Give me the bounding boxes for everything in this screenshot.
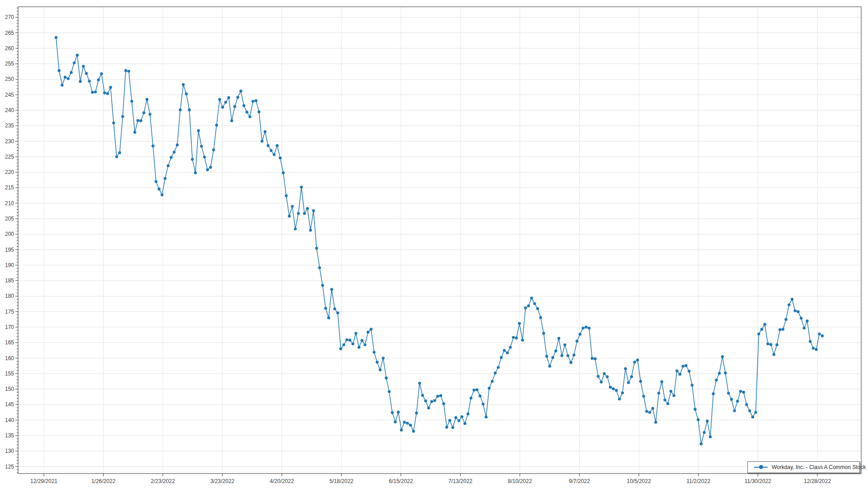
data-point[interactable] bbox=[633, 361, 636, 363]
data-point[interactable] bbox=[379, 368, 382, 371]
data-point[interactable] bbox=[769, 343, 772, 346]
data-point[interactable] bbox=[518, 322, 521, 325]
data-point[interactable] bbox=[409, 424, 412, 427]
data-point[interactable] bbox=[149, 113, 151, 116]
data-point[interactable] bbox=[427, 407, 430, 409]
data-point[interactable] bbox=[185, 93, 188, 95]
data-point[interactable] bbox=[494, 371, 496, 374]
data-point[interactable] bbox=[245, 111, 248, 113]
data-point[interactable] bbox=[109, 86, 112, 89]
data-point[interactable] bbox=[203, 155, 206, 158]
data-point[interactable] bbox=[370, 328, 373, 331]
data-point[interactable] bbox=[479, 394, 481, 397]
data-point[interactable] bbox=[751, 416, 754, 418]
data-point[interactable] bbox=[821, 334, 824, 337]
data-point[interactable] bbox=[458, 419, 460, 422]
data-point[interactable] bbox=[764, 323, 766, 326]
data-point[interactable] bbox=[103, 91, 106, 94]
data-point[interactable] bbox=[657, 392, 660, 394]
data-point[interactable] bbox=[585, 326, 587, 328]
data-point[interactable] bbox=[470, 397, 472, 399]
data-point[interactable] bbox=[118, 151, 121, 154]
data-point[interactable] bbox=[684, 364, 687, 367]
data-point[interactable] bbox=[200, 145, 203, 147]
data-point[interactable] bbox=[588, 327, 590, 329]
data-point[interactable] bbox=[218, 98, 221, 101]
data-point[interactable] bbox=[485, 416, 487, 418]
data-point[interactable] bbox=[497, 366, 500, 369]
data-point[interactable] bbox=[500, 356, 503, 359]
data-point[interactable] bbox=[521, 339, 524, 342]
data-point[interactable] bbox=[373, 351, 375, 353]
data-point[interactable] bbox=[179, 108, 182, 111]
data-point[interactable] bbox=[736, 400, 739, 403]
data-point[interactable] bbox=[158, 188, 160, 190]
data-point[interactable] bbox=[561, 354, 563, 357]
data-point[interactable] bbox=[124, 69, 127, 72]
data-point[interactable] bbox=[645, 410, 648, 413]
data-point[interactable] bbox=[566, 354, 569, 357]
data-point[interactable] bbox=[97, 79, 100, 81]
data-point[interactable] bbox=[288, 215, 291, 217]
data-point[interactable] bbox=[285, 194, 288, 197]
data-point[interactable] bbox=[260, 140, 263, 142]
data-point[interactable] bbox=[745, 403, 748, 406]
data-point[interactable] bbox=[476, 388, 478, 391]
data-point[interactable] bbox=[212, 149, 215, 151]
data-point[interactable] bbox=[306, 207, 309, 210]
data-point[interactable] bbox=[706, 420, 708, 422]
data-point[interactable] bbox=[812, 347, 815, 349]
data-point[interactable] bbox=[515, 337, 518, 339]
data-point[interactable] bbox=[106, 92, 109, 95]
data-point[interactable] bbox=[778, 328, 781, 331]
data-point[interactable] bbox=[472, 389, 475, 391]
data-point[interactable] bbox=[430, 400, 433, 403]
data-point[interactable] bbox=[600, 380, 603, 383]
data-point[interactable] bbox=[309, 229, 312, 231]
data-point[interactable] bbox=[79, 80, 81, 83]
data-point[interactable] bbox=[94, 90, 97, 93]
data-point[interactable] bbox=[784, 318, 787, 321]
data-point[interactable] bbox=[666, 402, 669, 405]
data-point[interactable] bbox=[782, 328, 784, 331]
data-point[interactable] bbox=[766, 343, 769, 345]
data-point[interactable] bbox=[176, 144, 179, 146]
data-point[interactable] bbox=[73, 61, 75, 64]
data-point[interactable] bbox=[312, 209, 315, 212]
data-point[interactable] bbox=[294, 227, 297, 230]
data-point[interactable] bbox=[818, 333, 821, 335]
data-point[interactable] bbox=[621, 391, 624, 394]
data-point[interactable] bbox=[648, 411, 651, 413]
legend-box[interactable]: Workday, Inc. - Class A Common Stock bbox=[747, 461, 860, 473]
data-point[interactable] bbox=[461, 415, 463, 418]
data-point[interactable] bbox=[524, 306, 527, 309]
data-point[interactable] bbox=[663, 399, 666, 401]
data-point[interactable] bbox=[509, 346, 512, 348]
data-point[interactable] bbox=[403, 421, 406, 423]
data-point[interactable] bbox=[236, 96, 239, 99]
data-point[interactable] bbox=[249, 115, 251, 118]
data-point[interactable] bbox=[506, 352, 509, 354]
data-point[interactable] bbox=[227, 96, 230, 99]
data-point[interactable] bbox=[100, 72, 103, 75]
data-point[interactable] bbox=[760, 328, 763, 331]
data-point[interactable] bbox=[155, 180, 157, 183]
data-point[interactable] bbox=[718, 372, 721, 375]
data-point[interactable] bbox=[454, 416, 457, 419]
data-point[interactable] bbox=[651, 407, 654, 410]
data-point[interactable] bbox=[258, 110, 260, 113]
data-point[interactable] bbox=[488, 387, 491, 389]
data-point[interactable] bbox=[582, 327, 585, 329]
data-point[interactable] bbox=[815, 348, 817, 351]
data-point[interactable] bbox=[660, 380, 663, 383]
data-point[interactable] bbox=[639, 380, 642, 383]
data-point[interactable] bbox=[757, 333, 760, 335]
data-point[interactable] bbox=[358, 346, 360, 348]
data-point[interactable] bbox=[224, 101, 227, 103]
data-point[interactable] bbox=[340, 347, 342, 350]
data-point[interactable] bbox=[139, 119, 142, 122]
data-point[interactable] bbox=[675, 370, 678, 372]
data-point[interactable] bbox=[137, 119, 139, 122]
data-point[interactable] bbox=[209, 166, 212, 169]
data-point[interactable] bbox=[61, 84, 63, 86]
